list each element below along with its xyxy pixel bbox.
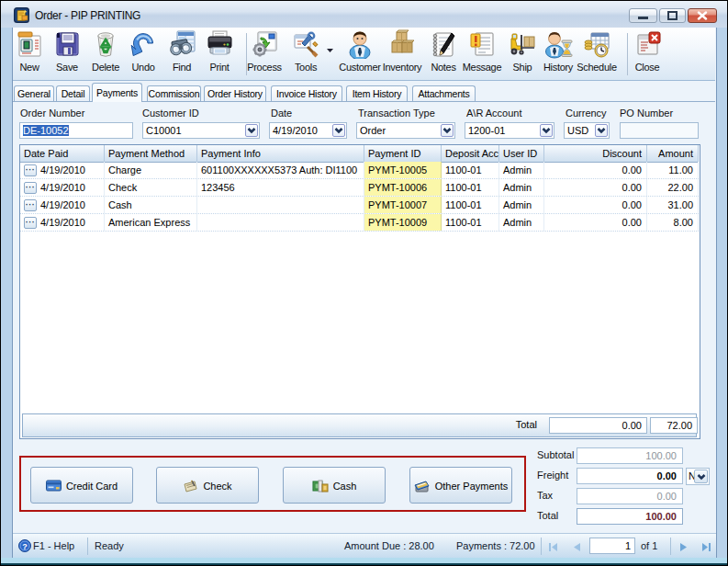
svg-text:?: ? [22,542,28,551]
